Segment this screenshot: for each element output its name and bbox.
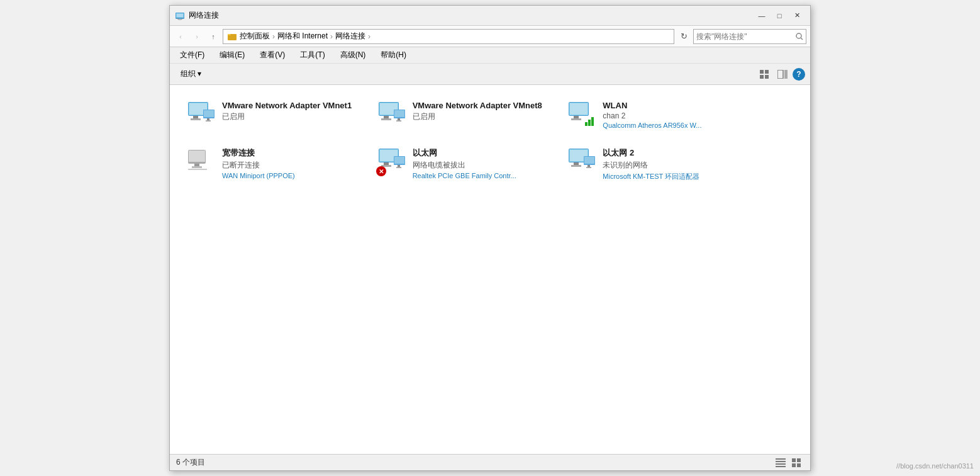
address-path[interactable]: 控制面板 › 网络和 Internet › 网络连接 ›: [223, 29, 674, 44]
broadband-info: 宽带连接 已断开连接 WAN Miniport (PPPOE): [222, 147, 295, 179]
status-bar: 6 个项目: [170, 454, 810, 470]
window-icon: [175, 11, 185, 21]
broadband-status: 已断开连接: [222, 160, 295, 171]
details-view-icon: [776, 458, 786, 467]
disconnected-badge: ✕: [376, 166, 386, 176]
help-button[interactable]: ?: [793, 68, 805, 81]
network-item-ethernet2[interactable]: 以太网 2 未识别的网络 Microsoft KM-TEST 环回适配器: [560, 142, 746, 187]
svg-rect-11: [760, 75, 764, 79]
svg-rect-52: [394, 157, 404, 164]
broadband-icon: [186, 147, 216, 178]
search-input[interactable]: [696, 32, 793, 41]
organize-button[interactable]: 组织 ▾: [175, 65, 207, 82]
tiles-view-icon: [792, 458, 802, 467]
svg-rect-67: [776, 466, 786, 467]
svg-rect-37: [571, 118, 581, 120]
svg-rect-63: [586, 167, 591, 168]
network-item-ethernet[interactable]: ✕ 以太网 网络电缆被拔出 Realtek PCIe GBE Family Co…: [370, 142, 556, 187]
ethernet-adapter: Realtek PCIe GBE Family Contr...: [413, 172, 516, 179]
svg-rect-49: [384, 162, 389, 165]
vmnet8-name: VMware Network Adapter VMnet8: [413, 101, 542, 110]
svg-rect-66: [776, 463, 786, 465]
ethernet2-name: 以太网 2: [603, 147, 699, 159]
minimize-button[interactable]: —: [754, 9, 770, 23]
search-icon: [796, 33, 803, 40]
network-grid: VMware Network Adapter VMnet1 已启用: [180, 95, 746, 187]
vmnet8-status: 已启用: [413, 111, 542, 122]
menu-view[interactable]: 查看(V): [255, 48, 290, 62]
vmnet8-info: VMware Network Adapter VMnet8 已启用: [413, 101, 542, 122]
svg-rect-27: [384, 116, 389, 118]
network-item-wlan[interactable]: WLAN chan 2 Qualcomm Atheros AR956x W...: [560, 95, 746, 137]
broadband-adapter: WAN Miniport (PPPOE): [222, 172, 295, 179]
svg-rect-43: [194, 164, 199, 166]
vmnet1-icon: [186, 101, 216, 131]
svg-rect-39: [588, 120, 591, 126]
up-button[interactable]: ↑: [206, 30, 220, 43]
address-bar: ‹ › ↑ 控制面板 › 网络和 Internet › 网络连接 › ↻: [170, 26, 810, 47]
ethernet-name: 以太网: [413, 147, 516, 159]
menu-tools[interactable]: 工具(T): [295, 48, 330, 62]
toolbar-right: ?: [757, 67, 805, 82]
svg-rect-44: [192, 166, 202, 168]
menu-edit[interactable]: 编辑(E): [214, 48, 250, 62]
back-button[interactable]: ‹: [174, 30, 187, 43]
view-options-icon: [760, 70, 770, 79]
svg-rect-21: [204, 110, 214, 117]
breadcrumb-network-connections[interactable]: 网络连接: [335, 31, 365, 42]
svg-rect-35: [570, 103, 587, 115]
wlan-name: WLAN: [603, 101, 701, 110]
content-area: VMware Network Adapter VMnet1 已启用: [170, 85, 810, 454]
svg-rect-31: [398, 118, 400, 120]
forward-button[interactable]: ›: [190, 30, 204, 43]
main-window: 网络连接 — □ ✕ ‹ › ↑ 控制面板 › 网络和 Internet › 网…: [169, 5, 811, 471]
menu-advanced[interactable]: 高级(N): [335, 48, 371, 62]
status-count: 6 个项目: [176, 457, 205, 468]
svg-rect-12: [765, 75, 769, 79]
organize-label: 组织 ▾: [181, 69, 201, 79]
svg-line-8: [801, 38, 803, 40]
tiles-view-button[interactable]: [790, 457, 804, 468]
svg-rect-19: [191, 118, 201, 120]
network-item-vmnet1[interactable]: VMware Network Adapter VMnet1 已启用: [180, 95, 365, 137]
close-button[interactable]: ✕: [789, 9, 805, 23]
ethernet2-adapter: Microsoft KM-TEST 环回适配器: [603, 172, 699, 181]
wlan-adapter: Qualcomm Atheros AR956x W...: [603, 122, 701, 129]
ethernet-status: 网络电缆被拔出: [413, 160, 516, 171]
details-view-button[interactable]: [774, 457, 788, 468]
title-bar-left: 网络连接: [175, 10, 219, 21]
search-box[interactable]: [693, 29, 806, 44]
svg-rect-40: [591, 117, 594, 126]
wlan-icon: [566, 101, 596, 131]
breadcrumb-control-panel[interactable]: 控制面板: [240, 31, 270, 42]
svg-rect-54: [396, 167, 401, 168]
view-options-button[interactable]: [757, 67, 772, 82]
refresh-button[interactable]: ↻: [677, 30, 691, 43]
menu-help[interactable]: 帮助(H): [376, 48, 411, 62]
preview-pane-button[interactable]: [775, 67, 790, 82]
network-item-broadband[interactable]: 宽带连接 已断开连接 WAN Miniport (PPPOE): [180, 142, 365, 187]
folder-icon: [227, 31, 237, 42]
svg-rect-9: [760, 70, 764, 74]
svg-rect-23: [206, 120, 211, 122]
svg-rect-2: [177, 14, 183, 17]
svg-rect-36: [574, 116, 579, 118]
svg-rect-10: [765, 70, 769, 74]
maximize-button[interactable]: □: [771, 9, 788, 23]
menu-file[interactable]: 文件(F): [175, 48, 209, 62]
ethernet2-status: 未识别的网络: [603, 160, 699, 171]
vmnet8-icon: [376, 101, 406, 131]
window-title: 网络连接: [189, 10, 219, 21]
svg-rect-59: [571, 165, 581, 167]
svg-rect-13: [777, 70, 783, 79]
wlan-status: chan 2: [603, 111, 701, 120]
toolbar: 组织 ▾ ?: [170, 64, 810, 85]
svg-rect-71: [797, 463, 801, 467]
breadcrumb-network-internet[interactable]: 网络和 Internet: [277, 31, 328, 42]
svg-rect-30: [394, 110, 404, 117]
svg-rect-65: [776, 461, 786, 462]
ethernet2-info: 以太网 2 未识别的网络 Microsoft KM-TEST 环回适配器: [603, 147, 699, 181]
vmnet1-status: 已启用: [222, 111, 352, 122]
broadband-name: 宽带连接: [222, 147, 295, 159]
network-item-vmnet8[interactable]: VMware Network Adapter VMnet8 已启用: [370, 95, 556, 137]
